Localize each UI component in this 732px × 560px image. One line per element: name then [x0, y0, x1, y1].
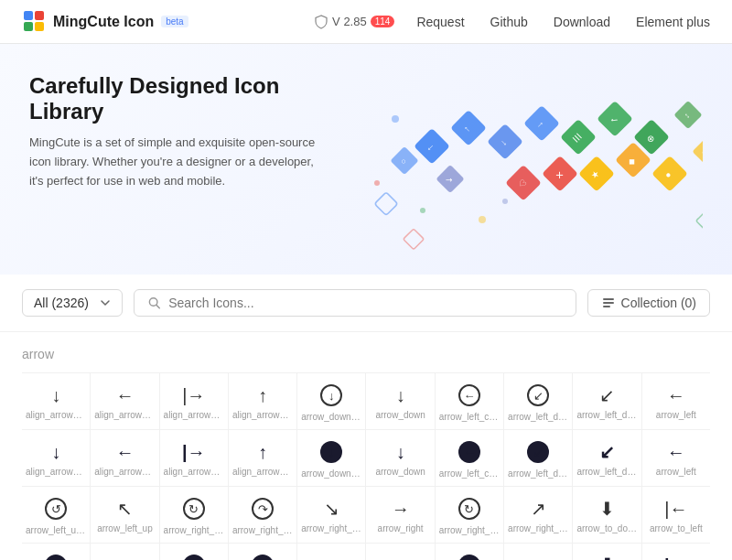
version-info: V 2.85 114 — [314, 15, 394, 29]
icon-label: align_arrow_up — [232, 410, 293, 420]
icon-cell[interactable]: ←align_arrow_left — [91, 373, 159, 429]
icon-cell[interactable]: ↺arrow_left_up... — [22, 544, 91, 560]
icon-cell[interactable]: ↷arrow_right_d... — [229, 544, 297, 560]
svg-point-43 — [502, 199, 508, 204]
icon-symbol: ⬇ — [599, 500, 615, 518]
icon-cell[interactable]: ↙arrow_left_do... — [573, 430, 641, 486]
icon-symbol: ↖ — [117, 500, 133, 518]
icon-cell[interactable]: ↙arrow_left_do... — [504, 373, 573, 429]
svg-rect-47 — [404, 229, 425, 250]
icon-cell[interactable]: ↑align_arrow_up — [229, 430, 297, 486]
version-badge: 114 — [371, 16, 395, 27]
icon-symbol: ↖ — [117, 556, 133, 560]
svg-rect-52 — [603, 302, 614, 304]
logo-icon — [22, 9, 48, 35]
icon-cell[interactable]: ↓align_arrow_d... — [22, 373, 91, 429]
collection-label: Collection (0) — [621, 296, 696, 310]
icon-label: arrow_left — [646, 467, 706, 477]
icon-symbol: ↙ — [527, 384, 549, 406]
icon-symbol: ↑ — [258, 443, 267, 461]
icon-symbol: → — [392, 500, 410, 518]
hero-text: Carefully Designed Icon Library MingCute… — [29, 73, 322, 190]
icon-row-2: ↺arrow_left_up...↖arrow_left_up↻arrow_ri… — [22, 486, 710, 543]
icon-cell[interactable]: ⬇arrow_to_down — [573, 544, 641, 560]
toolbar: All (2326) Collection (0) — [0, 275, 732, 332]
icon-label: arrow_left_do... — [576, 410, 637, 420]
icon-label: arrow_left_up — [94, 523, 155, 533]
icon-label: align_arrow_d... — [26, 467, 86, 477]
icon-cell[interactable]: ↘arrow_right_d... — [297, 544, 366, 560]
nav-github[interactable]: Github — [490, 15, 528, 29]
icon-symbol: ← — [115, 386, 134, 404]
icon-label: align_arrow_d... — [26, 410, 86, 420]
icon-cell[interactable]: →arrow_right — [366, 544, 435, 560]
icon-cell[interactable]: →arrow_right_ci... — [160, 544, 229, 560]
icon-cell[interactable]: ↻arrow_right_ci... — [160, 487, 229, 543]
search-bar — [134, 289, 576, 317]
icon-cell[interactable]: |→align_arrow_ri... — [160, 373, 229, 429]
icon-cell[interactable]: |→align_arrow_ri... — [160, 430, 229, 486]
icon-cell[interactable]: ↷arrow_right_d... — [229, 487, 297, 543]
icon-cell[interactable]: ↘arrow_right_d... — [297, 487, 366, 543]
icon-cell[interactable]: ↓arrow_down_c... — [297, 430, 366, 486]
icon-cell[interactable]: |←arrow_to_left — [642, 487, 710, 543]
svg-point-41 — [374, 180, 380, 186]
logo: MingCute Icon beta — [22, 9, 188, 35]
svg-rect-48 — [696, 210, 703, 232]
icon-cell[interactable]: ↻arrow_right_u... — [436, 544, 504, 560]
icon-cell[interactable]: →arrow_right — [366, 487, 435, 543]
svg-rect-2 — [24, 22, 33, 31]
icon-label: arrow_left_circle — [439, 412, 500, 422]
icon-symbol: ↓ — [51, 443, 60, 461]
icon-cell[interactable]: ↓arrow_down_c... — [297, 373, 366, 429]
icon-label: arrow_left — [646, 410, 706, 420]
icon-label: arrow_to_left — [646, 523, 706, 533]
collection-button[interactable]: Collection (0) — [587, 289, 710, 317]
icon-cell[interactable]: |←arrow_to_left — [642, 544, 710, 560]
icon-cell[interactable]: ↺arrow_left_up... — [22, 487, 91, 543]
hero-illustration: ↓ ← → ↑ ☰ ✓ — [322, 73, 703, 256]
svg-rect-0 — [24, 11, 33, 20]
svg-rect-51 — [603, 298, 614, 300]
icon-cell[interactable]: ⬇arrow_to_down — [573, 487, 641, 543]
icon-label: arrow_down — [370, 410, 430, 420]
category-dropdown[interactable]: All (2326) — [22, 289, 123, 317]
icon-label: arrow_right_u... — [439, 525, 500, 535]
icon-cell[interactable]: ←arrow_left_circle — [436, 373, 504, 429]
chevron-down-icon — [100, 297, 111, 308]
nav-download[interactable]: Download — [554, 15, 610, 29]
icons-section: arrow ↓align_arrow_d...←align_arrow_left… — [0, 332, 732, 560]
icon-symbol: ↙ — [599, 443, 615, 461]
icon-cell[interactable]: ↙arrow_left_do... — [573, 373, 641, 429]
icon-cell[interactable]: ←arrow_left — [642, 430, 710, 486]
icon-cell[interactable]: ↓arrow_down — [366, 373, 435, 429]
nav-element-plus[interactable]: Element plus — [636, 15, 710, 29]
icon-cell[interactable]: ↓align_arrow_d... — [22, 430, 91, 486]
icon-label: align_arrow_up — [232, 467, 293, 477]
icon-cell[interactable]: ↻arrow_right_u... — [436, 487, 504, 543]
icon-cell[interactable]: ←align_arrow_left — [91, 430, 159, 486]
icon-cell[interactable]: ↗arrow_right_up — [504, 487, 573, 543]
icon-symbol: |→ — [182, 386, 205, 404]
icon-grid: ↓align_arrow_d...←align_arrow_left|→alig… — [22, 372, 710, 560]
icon-cell[interactable]: ↖arrow_left_up — [91, 544, 159, 560]
icon-symbol: ↓ — [320, 384, 342, 406]
icon-symbol: ↙ — [599, 386, 615, 404]
icon-symbol: ↓ — [320, 441, 342, 463]
icon-cell[interactable]: ↖arrow_left_up — [91, 487, 159, 543]
icon-cell[interactable]: ↗arrow_right_up — [504, 544, 573, 560]
icon-symbol: ← — [667, 386, 685, 404]
svg-rect-3 — [35, 22, 44, 31]
version-text: V 2.85 — [332, 15, 367, 28]
category-label: All (2326) — [34, 296, 89, 310]
icon-cell[interactable]: ↙arrow_left_do... — [504, 430, 573, 486]
search-input[interactable] — [168, 296, 562, 310]
icon-cell[interactable]: ↓arrow_down — [366, 430, 435, 486]
header-nav: Request Github Download Element plus — [416, 15, 710, 29]
icon-cell[interactable]: ↑align_arrow_up — [229, 373, 297, 429]
nav-request[interactable]: Request — [416, 15, 464, 29]
svg-rect-1 — [35, 11, 44, 20]
icon-cell[interactable]: ←arrow_left — [642, 373, 710, 429]
icon-cell[interactable]: ←arrow_left_circle — [436, 430, 504, 486]
icon-row-1: ↓align_arrow_d...←align_arrow_left|→alig… — [22, 429, 710, 486]
